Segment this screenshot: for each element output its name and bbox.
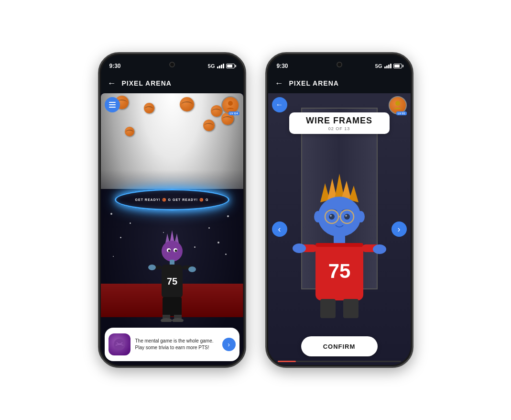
light-dot-3 [227,215,229,217]
signal-bars-2 [384,64,391,68]
avatar-badge-1[interactable]: LV G4 [221,96,239,114]
confirm-button[interactable]: CONFIRM [301,336,378,356]
svg-point-45 [373,244,386,254]
status-time-2: 9:30 [277,63,288,69]
menu-line-1 [109,102,116,103]
back-button-1[interactable]: ← [108,78,116,88]
basketball-4 [211,105,222,117]
battery-fill-1 [227,65,232,67]
svg-point-7 [174,250,177,252]
signal-bar-2-1 [384,66,386,68]
svg-rect-40 [315,243,363,247]
svg-point-14 [188,266,196,272]
progress-bar-bg [278,361,401,362]
app-title-2: PIXEL ARENA [289,79,339,87]
nba-ring-text: GET READY! 🏀 G GET READY! 🏀 G [135,198,209,202]
phone-1: 9:30 5G ← PIXEL ARENA [98,52,246,368]
wire-frames-subtitle: 02 OF 13 [295,126,384,131]
svg-text:75: 75 [328,260,350,282]
battery-icon-1 [226,64,235,68]
svg-point-20 [228,101,233,106]
svg-point-36 [314,211,322,222]
svg-point-6 [168,250,170,252]
back-circle-button[interactable]: ← [272,97,287,112]
wire-frames-header: WIRE FRAMES 02 OF 13 [289,112,390,134]
signal-bar-4 [223,64,224,68]
phone2-screen: WIRE FRAMES 02 OF 13 ← LV 01 [268,93,411,365]
character-2: 75 [292,169,387,322]
character-1: 75 [148,226,196,322]
signal-bar-2-2 [386,66,388,68]
light-dot-9 [113,256,114,257]
status-icons-2: 5G [375,63,402,69]
signal-bars-1 [217,64,224,68]
avatar-icon-2 [392,99,403,111]
basketball-6 [125,127,134,136]
basketball-3 [180,97,194,111]
svg-rect-47 [343,299,359,318]
light-dot-2 [130,222,131,224]
character-svg-2: 75 [292,169,387,322]
back-button-2[interactable]: ← [275,78,283,88]
confirm-label: CONFIRM [323,343,356,350]
signal-bar-2-3 [388,65,390,68]
svg-point-37 [357,211,365,222]
avatar-icon [225,99,236,111]
app-bar-1: ← PIXEL ARENA [101,73,243,93]
basketball-7 [203,120,215,131]
light-dot-5 [120,237,121,238]
battery-icon-2 [393,64,402,68]
svg-point-44 [293,243,306,253]
left-arrow-icon: ‹ [278,224,281,234]
battery-fill-2 [394,65,400,67]
svg-point-13 [148,265,156,270]
status-icons-1: 5G [208,63,235,69]
chat-next-button[interactable]: › [222,338,236,351]
signal-bar-2-4 [390,64,391,68]
progress-bar-fill [278,361,296,362]
basketball-2 [144,103,154,113]
light-dot-10 [225,254,227,255]
level-badge-1: LV G4 [228,111,239,115]
phone-2: 9:30 5G ← PIXEL ARENA [265,52,413,368]
status-time-1: 9:30 [109,63,121,69]
phone1-screen: GET READY! 🏀 G GET READY! 🏀 G [101,93,243,365]
chat-bubble: The mental game is the whole game. Play … [105,328,239,361]
back-circle-icon: ← [276,100,283,109]
svg-point-35 [345,215,347,217]
svg-point-33 [344,214,350,220]
svg-point-18 [161,318,172,322]
nba-ring: GET READY! 🏀 G GET READY! 🏀 G [115,189,229,210]
menu-button[interactable] [105,97,120,112]
camera-notch-2 [337,62,342,67]
character-svg-1: 75 [148,226,196,322]
nav-arrow-left[interactable]: ‹ [272,221,287,237]
svg-rect-15 [163,297,182,316]
light-dot-6 [217,242,219,243]
light-dot-1 [110,213,112,215]
svg-text:75: 75 [166,276,177,287]
light-dot-4 [208,227,210,229]
svg-rect-46 [320,299,336,318]
nav-arrow-right[interactable]: › [391,221,407,237]
signal-text-1: 5G [208,63,215,69]
svg-point-19 [172,318,184,322]
menu-line-2 [109,104,116,105]
app-bar-2: ← PIXEL ARENA [268,73,411,93]
phone-1-inner: 9:30 5G ← PIXEL ARENA [101,55,243,365]
phone-2-inner: 9:30 5G ← PIXEL ARENA [268,55,411,365]
svg-point-22 [395,101,400,106]
signal-text-2: 5G [375,63,382,69]
signal-bar-1 [217,66,218,68]
wire-frames-title: WIRE FRAMES [295,116,384,125]
right-arrow-icon: › [398,224,401,234]
ball-icon [113,338,126,351]
signal-bar-3 [221,65,222,68]
chat-text: The mental game is the whole game. Play … [135,338,217,351]
avatar-badge-2[interactable]: LV 01 [389,96,407,114]
phones-container: 9:30 5G ← PIXEL ARENA [88,43,423,377]
signal-bar-2 [219,66,220,68]
camera-notch-1 [169,62,175,67]
svg-point-3 [162,241,183,262]
svg-point-32 [329,214,335,220]
